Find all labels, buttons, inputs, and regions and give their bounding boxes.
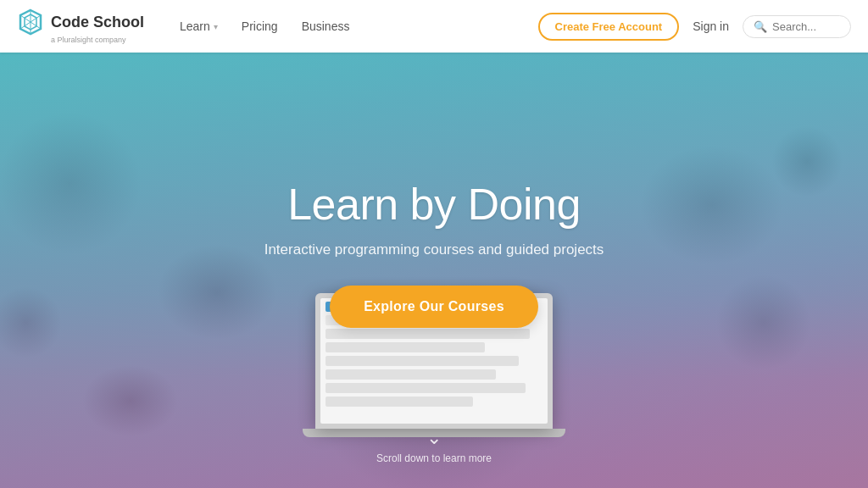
hero-subtitle: Interactive programming courses and guid… bbox=[264, 241, 604, 258]
search-icon: 🔍 bbox=[754, 20, 767, 33]
logo-text: Code School bbox=[51, 14, 144, 31]
hero-title: Learn by Doing bbox=[264, 179, 604, 230]
explore-courses-button[interactable]: Explore Our Courses bbox=[330, 286, 538, 328]
search-input[interactable] bbox=[772, 20, 840, 33]
scroll-down-section: ⌄ Scroll down to learn more bbox=[376, 427, 492, 464]
create-account-button[interactable]: Create Free Account bbox=[538, 13, 680, 41]
navbar: Code School a Pluralsight company Learn … bbox=[0, 0, 868, 53]
chevron-down-icon: ▾ bbox=[214, 22, 218, 31]
logo[interactable]: Code School a Pluralsight company bbox=[17, 8, 144, 44]
nav-right: Create Free Account Sign in 🔍 bbox=[538, 13, 851, 41]
sign-in-link[interactable]: Sign in bbox=[693, 19, 729, 33]
hero-content: Learn by Doing Interactive programming c… bbox=[264, 179, 604, 328]
logo-icon bbox=[17, 8, 44, 36]
nav-pricing[interactable]: Pricing bbox=[231, 13, 288, 40]
scroll-chevron-icon: ⌄ bbox=[376, 427, 492, 449]
search-box: 🔍 bbox=[743, 15, 851, 38]
nav-business[interactable]: Business bbox=[292, 13, 360, 40]
nav-links: Learn ▾ Pricing Business bbox=[170, 13, 538, 40]
hero-section: Learn by Doing Interactive programming c… bbox=[0, 0, 868, 488]
nav-learn[interactable]: Learn ▾ bbox=[170, 13, 228, 40]
scroll-label: Scroll down to learn more bbox=[376, 452, 492, 464]
logo-subtitle: a Pluralsight company bbox=[51, 36, 144, 44]
